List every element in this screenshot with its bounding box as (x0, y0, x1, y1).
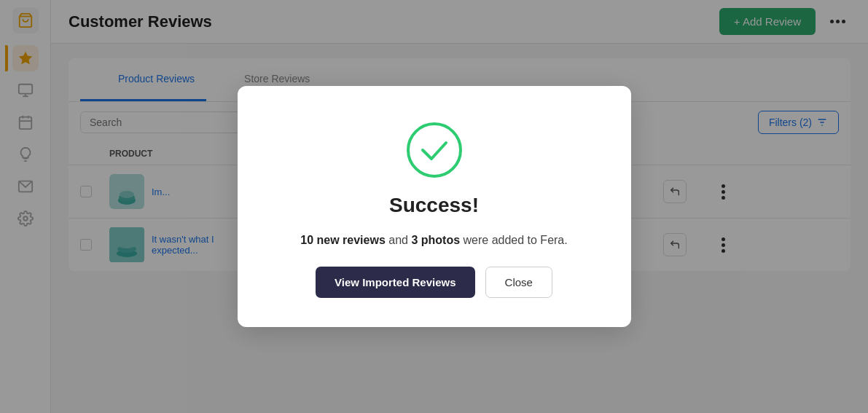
svg-point-26 (408, 124, 461, 176)
modal-title: Success! (389, 194, 479, 217)
close-button[interactable]: Close (485, 267, 552, 298)
modal-message: 10 new reviews and 3 photos were added t… (300, 232, 567, 249)
view-imported-reviews-button[interactable]: View Imported Reviews (316, 267, 474, 298)
modal-actions: View Imported Reviews Close (316, 267, 552, 298)
success-modal: Success! 10 new reviews and 3 photos wer… (238, 86, 631, 327)
modal-overlay: Success! 10 new reviews and 3 photos wer… (0, 0, 868, 413)
success-checkmark-icon (405, 121, 464, 179)
